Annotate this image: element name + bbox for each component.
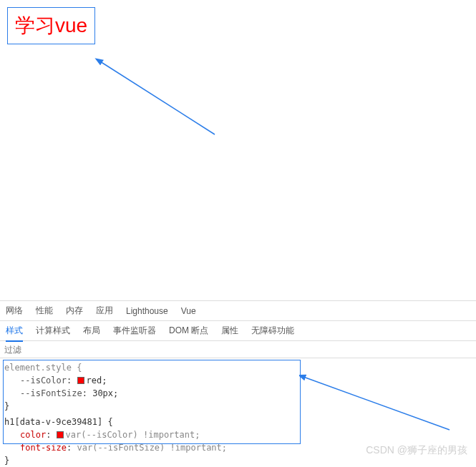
css-declaration[interactable]: color: var(--isColor) !important;: [4, 428, 472, 441]
important-flag: !important;: [170, 443, 227, 453]
selector-h1[interactable]: h1[data-v-9ce39481] {: [4, 416, 472, 428]
prop-value: var(--isFontSize): [77, 443, 165, 453]
css-declaration[interactable]: --isColor: red;: [4, 374, 472, 387]
subtab-layout[interactable]: 布局: [83, 325, 100, 337]
tab-network[interactable]: 网络: [6, 305, 23, 317]
devtools-main-tabs: 网络 性能 内存 应用 Lighthouse Vue: [0, 301, 476, 321]
annotation-arrow-top: [93, 56, 236, 156]
subtab-styles[interactable]: 样式: [6, 325, 23, 342]
prop-name: --isColor: [20, 375, 67, 385]
style-rule-h1: h1[data-v-9ce39481] { color: var(--isCol…: [4, 416, 472, 467]
css-declaration[interactable]: --isFontSize: 30px;: [4, 387, 472, 400]
color-swatch-icon[interactable]: [57, 431, 64, 438]
tab-application[interactable]: 应用: [96, 305, 113, 317]
subtab-event-listeners[interactable]: 事件监听器: [113, 325, 156, 337]
page-viewport: 学习vue: [0, 0, 476, 300]
tab-memory[interactable]: 内存: [66, 305, 83, 317]
subtab-computed[interactable]: 计算样式: [36, 325, 70, 337]
heading-element[interactable]: 学习vue: [7, 7, 95, 44]
prop-name: font-size: [20, 443, 67, 453]
tab-performance[interactable]: 性能: [36, 305, 53, 317]
devtools-panel: 网络 性能 内存 应用 Lighthouse Vue 样式 计算样式 布局 事件…: [0, 300, 476, 467]
tab-vue[interactable]: Vue: [181, 306, 196, 316]
prop-value: var(--isColor): [66, 430, 138, 440]
rule-close-brace: }: [4, 400, 472, 413]
selector-element-style[interactable]: element.style {: [4, 361, 472, 374]
prop-name: color: [20, 430, 46, 440]
prop-name: --isFontSize: [20, 388, 82, 398]
prop-value: red;: [87, 375, 107, 385]
important-flag: !important;: [143, 430, 200, 440]
svg-line-0: [100, 62, 215, 134]
subtab-accessibility[interactable]: 无障碍功能: [251, 325, 294, 337]
devtools-sub-tabs: 样式 计算样式 布局 事件监听器 DOM 断点 属性 无障碍功能: [0, 321, 476, 341]
watermark: CSDN @狮子座的男孩: [366, 444, 467, 457]
subtab-properties[interactable]: 属性: [221, 325, 238, 337]
style-rule-element: element.style { --isColor: red; --isFont…: [4, 361, 472, 413]
color-swatch-icon[interactable]: [77, 377, 84, 384]
prop-value: 30px;: [92, 388, 118, 398]
filter-row: [0, 341, 476, 358]
subtab-dom-breakpoints[interactable]: DOM 断点: [169, 325, 208, 337]
tab-lighthouse[interactable]: Lighthouse: [126, 306, 168, 316]
filter-input[interactable]: [4, 345, 472, 355]
